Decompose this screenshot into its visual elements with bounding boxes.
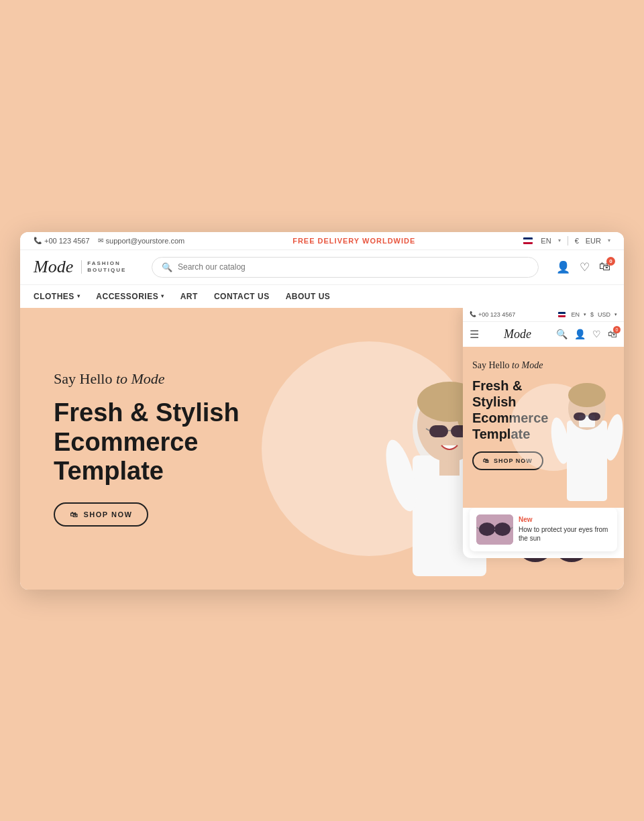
notification-text: New How to protect your eyes from the su…	[519, 516, 610, 543]
shop-icon: 🛍	[70, 510, 78, 518]
mobile-cart-icon[interactable]: 🛍 0	[608, 329, 617, 339]
svg-rect-8	[429, 425, 448, 437]
lang-chevron-icon[interactable]: ▾	[558, 237, 561, 243]
mobile-lang-currency: EN ▾ $ USD ▾	[558, 311, 617, 318]
currency-symbol: €	[575, 237, 579, 245]
hero-script: Say Hello to Mode	[54, 370, 268, 388]
search-icon: 🔍	[162, 262, 172, 272]
mobile-search-icon[interactable]: 🔍	[556, 329, 568, 339]
email-icon: ✉	[98, 237, 103, 244]
nav-item-contact[interactable]: CONTACT US	[214, 292, 270, 301]
logo-name: Mode	[34, 258, 73, 276]
logo[interactable]: Mode FASHION BOUTIQUE	[34, 258, 141, 276]
phone-number: +00 123 4567	[44, 237, 90, 245]
nav-item-about[interactable]: ABOUT US	[286, 292, 331, 301]
logo-subtitle: FASHION BOUTIQUE	[81, 260, 126, 274]
notification-description: How to protect your eyes from the sun	[519, 525, 610, 543]
divider	[568, 236, 568, 245]
contact-info: 📞 +00 123 4567 ✉ support@yourstore.com	[34, 237, 184, 245]
svg-point-34	[479, 523, 495, 536]
nav-label-contact: CONTACT US	[214, 292, 270, 301]
nav-chevron-accessories: ▾	[161, 293, 164, 299]
nav-label-accessories: ACCESSORIES	[96, 292, 158, 301]
shop-now-button[interactable]: 🛍 SHOP NOW	[54, 502, 148, 527]
nav-item-accessories[interactable]: ACCESSORIES ▾	[96, 292, 164, 301]
mobile-script-text: Say Hello	[472, 360, 510, 370]
currency-label: EUR	[586, 237, 601, 245]
search-input[interactable]	[178, 262, 529, 272]
account-icon[interactable]: 👤	[556, 260, 570, 274]
mobile-flag-icon	[558, 312, 566, 317]
svg-rect-29	[588, 413, 600, 421]
hamburger-icon[interactable]: ☰	[470, 328, 479, 341]
cart-badge: 0	[606, 257, 615, 266]
phone-wrap: 📞 +00 123 4567	[34, 237, 90, 245]
site-header: Mode FASHION BOUTIQUE 🔍 👤 ♡ 🛍 0	[20, 250, 624, 284]
free-delivery-text: FREE DELIVERY WORLDWIDE	[195, 237, 513, 245]
mobile-phone-icon: 📞	[470, 311, 476, 317]
currency-chevron-icon[interactable]: ▾	[608, 237, 610, 243]
nav-label-about: ABOUT US	[286, 292, 331, 301]
hero-banner: Say Hello to Mode Fresh & Stylish Ecomme…	[20, 308, 624, 590]
notif-sunglasses-svg	[476, 514, 513, 545]
mobile-header-icons: 🔍 👤 ♡ 🛍 0	[556, 329, 617, 339]
mobile-phone: 📞 +00 123 4567	[470, 311, 515, 318]
mobile-currency-sym: $	[590, 311, 594, 318]
header-icons: 👤 ♡ 🛍 0	[556, 260, 610, 274]
cart-icon[interactable]: 🛍 0	[599, 260, 610, 274]
mobile-top-bar: 📞 +00 123 4567 EN ▾ $ USD ▾	[463, 308, 624, 322]
mobile-wishlist-icon[interactable]: ♡	[592, 329, 601, 339]
phone-icon: 📞	[34, 237, 42, 244]
hero-title: Fresh & Stylish Ecommerce Template	[54, 398, 268, 486]
shop-now-label: SHOP NOW	[84, 510, 133, 518]
language-label: EN	[541, 237, 551, 245]
mobile-header: ☰ Mode 🔍 👤 ♡ 🛍 0	[463, 322, 624, 347]
mobile-lang: EN	[571, 311, 580, 318]
mobile-card: 📞 +00 123 4567 EN ▾ $ USD ▾ ☰ Mode 🔍	[463, 308, 624, 558]
hero-script-italic: Say Hello	[54, 370, 112, 387]
logo-sub2: BOUTIQUE	[87, 267, 126, 274]
notification-card: New How to protect your eyes from the su…	[470, 508, 617, 551]
mobile-hero-section: Say Hello to Mode Fresh & Stylish Ecomme…	[463, 347, 624, 508]
nav-label-art: ART	[180, 292, 198, 301]
mobile-currency: USD	[598, 311, 610, 318]
svg-point-26	[568, 383, 606, 407]
mobile-logo: Mode	[504, 327, 531, 341]
mobile-person-image	[550, 353, 624, 508]
hero-script-suffix: to Mode	[116, 370, 165, 387]
mobile-currency-chevron[interactable]: ▾	[614, 312, 617, 317]
svg-point-35	[494, 523, 511, 536]
new-badge: New	[519, 516, 610, 523]
mobile-lang-chevron[interactable]: ▾	[584, 312, 586, 317]
logo-sub1: FASHION	[87, 260, 126, 267]
svg-rect-24	[567, 421, 607, 501]
email-address: support@yourstore.com	[106, 237, 185, 245]
mobile-phone-number: +00 123 4567	[478, 311, 515, 318]
flag-icon	[523, 237, 533, 244]
wishlist-icon[interactable]: ♡	[580, 260, 590, 274]
mobile-shop-icon: 🛍	[483, 457, 490, 464]
mobile-account-icon[interactable]: 👤	[574, 329, 586, 339]
hero-content: Say Hello to Mode Fresh & Stylish Ecomme…	[54, 370, 268, 527]
mobile-script-suffix: to Mode	[512, 360, 543, 370]
nav-item-art[interactable]: ART	[180, 292, 198, 301]
mobile-cart-badge: 0	[613, 326, 621, 333]
lang-currency: EN ▾ € EUR ▾	[523, 236, 610, 245]
email-wrap: ✉ support@yourstore.com	[98, 237, 185, 245]
nav-bar: CLOTHES ▾ ACCESSORIES ▾ ART CONTACT US A…	[20, 284, 624, 308]
notification-image	[476, 514, 513, 545]
top-bar: 📞 +00 123 4567 ✉ support@yourstore.com F…	[20, 232, 624, 250]
nav-chevron-clothes: ▾	[77, 293, 80, 299]
nav-item-clothes[interactable]: CLOTHES ▾	[34, 292, 80, 301]
search-bar[interactable]: 🔍	[152, 257, 539, 278]
main-window: 📞 +00 123 4567 ✉ support@yourstore.com F…	[20, 232, 624, 590]
svg-rect-28	[574, 413, 586, 421]
mobile-person-svg	[550, 353, 624, 508]
nav-label-clothes: CLOTHES	[34, 292, 74, 301]
